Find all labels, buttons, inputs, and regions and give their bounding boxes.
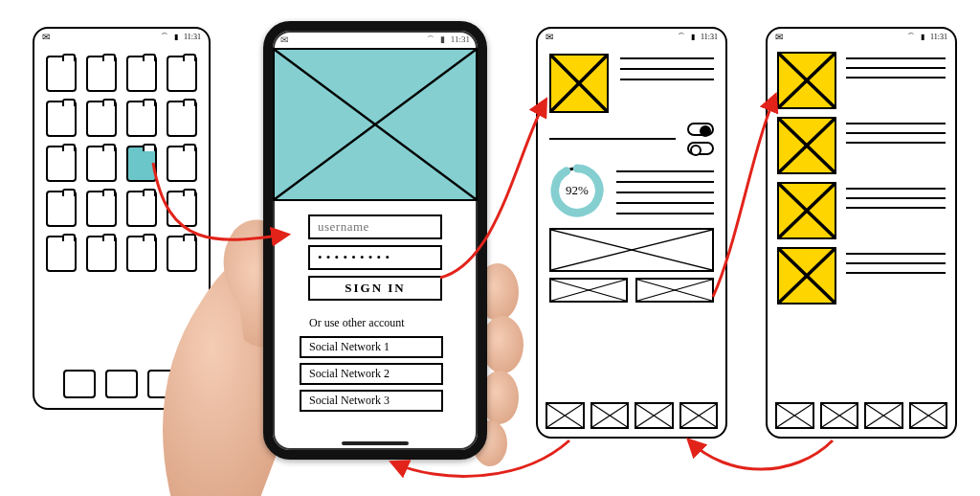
app-icon[interactable] [126, 101, 157, 137]
tab-item[interactable] [679, 402, 719, 429]
thumbnail-placeholder[interactable] [549, 54, 609, 113]
wide-placeholder [549, 228, 714, 272]
status-bar: ▮ 11:31 [273, 31, 478, 48]
wifi-icon [678, 32, 685, 42]
wireframe-screen-list: ▮ 11:31 [766, 27, 957, 439]
wireframe-screen-dashboard: ▮ 11:31 92% [536, 27, 727, 439]
signal-icon: ▮ [691, 33, 695, 41]
app-icon[interactable] [46, 56, 77, 92]
progress-label: 92% [549, 163, 605, 218]
status-bar: ▮ 11:31 [34, 29, 209, 44]
mail-icon [546, 32, 553, 42]
tab-bar [546, 402, 718, 429]
app-icon[interactable] [126, 236, 157, 272]
wifi-icon [427, 34, 434, 45]
text-line [846, 207, 946, 209]
social-login-button[interactable]: Social Network 1 [300, 336, 443, 358]
toggle-1[interactable] [687, 123, 714, 136]
text-line [846, 188, 946, 190]
dock-icon[interactable] [105, 370, 138, 398]
tab-item[interactable] [775, 402, 814, 429]
text-line [616, 213, 714, 214]
signin-form: • • • • • • • • • SIGN IN Or use other a… [273, 201, 478, 417]
signin-button[interactable]: SIGN IN [308, 276, 442, 301]
list [768, 44, 955, 304]
text-line [846, 197, 946, 199]
social-login-button[interactable]: Social Network 2 [300, 363, 443, 385]
mail-icon [775, 32, 783, 42]
dock-icon[interactable] [147, 370, 180, 398]
app-icon[interactable] [126, 146, 157, 182]
status-bar: ▮ 11:31 [768, 29, 955, 44]
heading-text-lines [620, 54, 714, 113]
app-grid [34, 44, 209, 272]
list-item[interactable] [777, 52, 946, 109]
thumbnail-placeholder [777, 117, 836, 174]
home-indicator[interactable] [342, 441, 409, 445]
svg-point-1 [481, 316, 523, 373]
text-line [620, 68, 714, 70]
mail-icon [280, 34, 288, 45]
text-line [620, 79, 714, 80]
app-icon[interactable] [126, 191, 157, 227]
text-line [616, 170, 714, 172]
list-item[interactable] [777, 182, 946, 239]
signal-icon: ▮ [440, 34, 445, 44]
signal-icon: ▮ [921, 33, 924, 41]
item-text-lines [846, 182, 946, 209]
app-icon[interactable] [86, 56, 117, 92]
text-line [620, 57, 714, 59]
text-line [616, 202, 714, 204]
toggle-2[interactable] [687, 142, 714, 155]
app-icon[interactable] [167, 191, 197, 227]
app-icon[interactable] [46, 236, 77, 272]
status-time: 11:31 [701, 33, 718, 41]
status-time: 11:31 [930, 33, 947, 41]
thumbnail-placeholder [777, 247, 836, 304]
tab-item[interactable] [909, 402, 948, 429]
text-line [846, 272, 946, 274]
app-icon[interactable] [46, 146, 77, 182]
wireframe-screen-home: ▮ 11:31 [33, 27, 211, 410]
password-input[interactable]: • • • • • • • • • [308, 245, 442, 270]
signal-icon: ▮ [174, 33, 178, 41]
app-icon[interactable] [86, 236, 117, 272]
app-icon[interactable] [126, 56, 157, 92]
app-icon[interactable] [46, 191, 77, 227]
status-time: 11:31 [184, 33, 201, 41]
text-line [846, 57, 946, 59]
tab-item[interactable] [590, 402, 630, 429]
app-icon[interactable] [167, 146, 197, 182]
progress-ring: 92% [549, 163, 605, 218]
dock-icon[interactable] [63, 370, 96, 398]
tab-item[interactable] [635, 402, 674, 429]
status-bar: ▮ 11:31 [538, 29, 725, 44]
app-icon[interactable] [167, 236, 197, 272]
list-item[interactable] [777, 247, 946, 304]
wifi-icon [161, 32, 168, 42]
wifi-icon [907, 32, 915, 42]
list-item[interactable] [777, 117, 946, 174]
wireframe-screen-signin: ▮ 11:31 • • • • • • • • • SIGN IN Or use… [263, 21, 487, 460]
app-icon[interactable] [46, 101, 77, 137]
social-login-button[interactable]: Social Network 3 [300, 390, 443, 412]
mail-icon [42, 32, 50, 42]
text-line [846, 253, 946, 255]
thumbnail-placeholder [777, 182, 836, 239]
app-icon[interactable] [86, 146, 117, 182]
text-line [846, 132, 946, 134]
tab-item[interactable] [546, 402, 585, 429]
text-line [616, 181, 714, 183]
or-use-other-label: Or use other account [309, 316, 405, 330]
app-icon[interactable] [86, 191, 117, 227]
text-line [846, 262, 946, 264]
username-input[interactable] [308, 214, 442, 239]
tab-item[interactable] [864, 402, 903, 429]
app-icon[interactable] [167, 101, 197, 137]
app-icon[interactable] [86, 101, 117, 137]
text-line [846, 123, 946, 124]
app-icon[interactable] [167, 56, 197, 92]
small-placeholder [549, 278, 628, 303]
tab-item[interactable] [820, 402, 859, 429]
item-text-lines [846, 52, 946, 79]
